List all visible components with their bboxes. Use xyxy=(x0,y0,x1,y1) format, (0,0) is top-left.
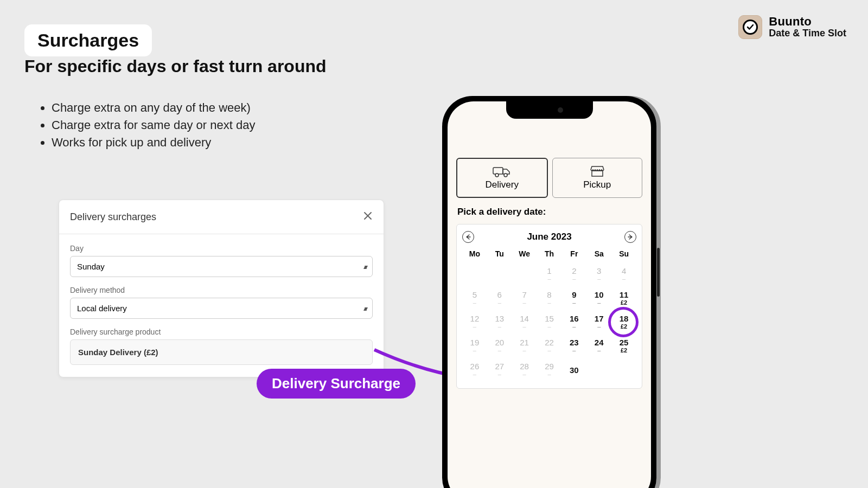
day-number: 12 xyxy=(470,314,480,323)
calendar-dow: Sa xyxy=(586,247,611,262)
day-subtext: – xyxy=(547,276,551,282)
day-subtext: – xyxy=(498,371,501,377)
calendar-day: 15– xyxy=(537,310,562,334)
calendar-dow: We xyxy=(512,247,537,262)
calendar-day[interactable]: 10– xyxy=(586,286,611,310)
calendar-day: 3– xyxy=(586,262,611,286)
select-caret-icon: ▴▾ xyxy=(363,305,366,312)
calendar-day xyxy=(462,262,487,286)
method-select[interactable]: Local delivery ▴▾ xyxy=(70,298,373,319)
day-number: 30 xyxy=(570,366,579,374)
day-subtext: – xyxy=(547,300,551,306)
day-subtext: – xyxy=(498,348,501,354)
day-subtext: – xyxy=(597,348,601,354)
day-number: 16 xyxy=(570,314,579,323)
calendar-day[interactable]: 9– xyxy=(561,286,586,310)
calendar-day[interactable]: 16– xyxy=(561,310,586,334)
calendar-dow: Tu xyxy=(487,247,512,262)
day-subtext: – xyxy=(523,300,526,306)
calendar-day: 29– xyxy=(537,358,562,382)
calendar-month: June 2023 xyxy=(527,232,571,242)
day-select[interactable]: Sunday ▴▾ xyxy=(70,256,373,277)
calendar-day: 4– xyxy=(611,262,636,286)
day-number: 13 xyxy=(495,314,504,323)
day-subtext: – xyxy=(572,348,576,354)
subtitle: For specific days or fast turn around xyxy=(24,56,327,76)
calendar-day: 14– xyxy=(512,310,537,334)
tab-label: Pickup xyxy=(583,179,611,190)
tab-delivery[interactable]: Delivery xyxy=(456,158,548,198)
calendar-day: 13– xyxy=(487,310,512,334)
day-subtext: – xyxy=(597,300,601,306)
day-subtext: – xyxy=(523,324,526,330)
day-number: 5 xyxy=(473,291,477,299)
close-button[interactable] xyxy=(363,210,373,224)
surcharge-modal: Delivery surcharges Day Sunday ▴▾ Delive… xyxy=(59,200,384,377)
day-number: 8 xyxy=(547,291,551,299)
method-value: Local delivery xyxy=(77,304,127,313)
day-subtext: – xyxy=(572,300,576,306)
day-subtext: – xyxy=(523,348,526,354)
day-subtext: – xyxy=(498,300,501,306)
phone-notch xyxy=(506,101,593,119)
svg-rect-0 xyxy=(493,168,503,174)
day-subtext: – xyxy=(597,324,601,330)
tab-pickup[interactable]: Pickup xyxy=(552,158,643,198)
day-subtext: – xyxy=(622,276,626,282)
calendar-day[interactable]: 30 xyxy=(561,358,586,382)
calendar: June 2023 MoTuWeThFrSaSu1–2–3–4–5–6–7–8–… xyxy=(456,224,642,389)
day-number: 23 xyxy=(570,338,579,346)
day-number: 25 xyxy=(620,338,629,346)
calendar-day[interactable]: 24– xyxy=(586,334,611,358)
day-number: 21 xyxy=(520,338,529,346)
day-subtext: – xyxy=(523,371,526,377)
day-number: 28 xyxy=(520,362,529,370)
calendar-day[interactable]: 25£2 xyxy=(611,334,636,358)
day-number: 14 xyxy=(520,314,529,323)
day-number: 17 xyxy=(595,314,604,323)
calendar-day[interactable]: 17– xyxy=(586,310,611,334)
product-value[interactable]: Sunday Delivery (£2) xyxy=(70,339,373,365)
truck-icon xyxy=(493,165,511,177)
list-item: Charge extra on any day of the week) xyxy=(52,101,255,115)
calendar-dow: Mo xyxy=(462,247,487,262)
day-number: 7 xyxy=(522,291,526,299)
close-icon xyxy=(363,211,373,221)
calendar-day: 20– xyxy=(487,334,512,358)
day-number: 26 xyxy=(470,362,480,370)
checkmark-icon xyxy=(738,15,762,39)
day-number: 29 xyxy=(545,362,554,370)
pick-date-label: Pick a delivery date: xyxy=(448,204,651,222)
calendar-day[interactable]: 11£2 xyxy=(611,286,636,310)
day-number: 24 xyxy=(595,338,604,346)
svg-rect-3 xyxy=(592,171,603,176)
arrow-right-icon xyxy=(628,234,633,240)
day-number: 11 xyxy=(620,291,629,299)
calendar-day xyxy=(586,358,611,382)
callout-pill: Delivery Surcharge xyxy=(257,369,416,399)
day-subtext: – xyxy=(473,371,476,377)
day-label: Day xyxy=(70,244,373,253)
day-number: 18 xyxy=(620,314,629,323)
product-label: Delivery surcharge product xyxy=(70,328,373,336)
calendar-day[interactable]: 18£2 xyxy=(611,310,636,334)
day-number: 19 xyxy=(470,338,480,346)
prev-month-button[interactable] xyxy=(462,231,474,243)
day-number: 4 xyxy=(622,267,626,275)
svg-point-2 xyxy=(504,174,507,177)
calendar-day: 6– xyxy=(487,286,512,310)
calendar-day xyxy=(611,358,636,382)
title-chip: Surcharges xyxy=(24,24,152,56)
calendar-day xyxy=(512,262,537,286)
day-number: 15 xyxy=(545,314,554,323)
tab-label: Delivery xyxy=(486,179,519,190)
calendar-day: 21– xyxy=(512,334,537,358)
calendar-dow: Su xyxy=(611,247,636,262)
next-month-button[interactable] xyxy=(624,231,636,243)
phone-mockup: Delivery Pickup Pick a delivery date: Ju… xyxy=(442,96,656,488)
day-subtext: – xyxy=(473,324,476,330)
day-subtext: – xyxy=(547,348,551,354)
day-number: 3 xyxy=(597,267,601,275)
calendar-day[interactable]: 23– xyxy=(561,334,586,358)
calendar-day: 5– xyxy=(462,286,487,310)
